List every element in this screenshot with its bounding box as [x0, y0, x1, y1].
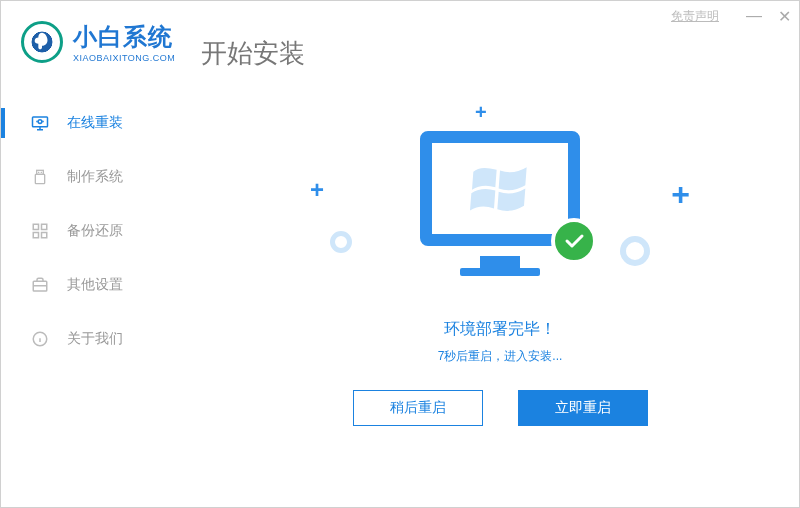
status-subtitle: 7秒后重启，进入安装... — [438, 348, 563, 365]
brand-title: 小白系统 — [73, 21, 175, 53]
sidebar-item-other-settings[interactable]: 其他设置 — [1, 258, 181, 312]
sidebar-item-label: 制作系统 — [67, 168, 123, 186]
sidebar-item-about-us[interactable]: 关于我们 — [1, 312, 181, 366]
decoration-plus-icon: + — [310, 176, 324, 204]
grid-icon — [31, 222, 49, 240]
restart-later-button[interactable]: 稍后重启 — [353, 390, 483, 426]
restart-now-button[interactable]: 立即重启 — [518, 390, 648, 426]
app-logo-icon — [21, 21, 63, 63]
sidebar-item-label: 关于我们 — [67, 330, 123, 348]
header: 小白系统 XIAOBAIXITONG.COM — [21, 21, 175, 63]
close-button[interactable]: ✕ — [769, 1, 799, 31]
briefcase-icon — [31, 276, 49, 294]
usb-icon — [31, 168, 49, 186]
svg-rect-9 — [42, 233, 47, 238]
sidebar-item-label: 在线重装 — [67, 114, 123, 132]
sidebar-item-backup-restore[interactable]: 备份还原 — [1, 204, 181, 258]
titlebar: 免责声明 — ✕ — [671, 1, 799, 31]
status-title: 环境部署完毕！ — [444, 319, 556, 340]
sidebar-item-make-system[interactable]: 制作系统 — [1, 150, 181, 204]
minimize-button[interactable]: — — [739, 1, 769, 31]
success-check-icon — [551, 218, 597, 264]
illustration: + + + — [300, 101, 700, 301]
monitor-base — [460, 268, 540, 276]
svg-point-1 — [38, 120, 42, 124]
sidebar-item-online-reinstall[interactable]: 在线重装 — [1, 96, 181, 150]
decoration-ring-icon — [330, 231, 352, 253]
page-title: 开始安装 — [201, 36, 305, 71]
svg-rect-8 — [33, 233, 38, 238]
button-row: 稍后重启 立即重启 — [353, 390, 648, 426]
sidebar-item-label: 其他设置 — [67, 276, 123, 294]
app-window: 免责声明 — ✕ 小白系统 XIAOBAIXITONG.COM 开始安装 在线重… — [0, 0, 800, 508]
brand: 小白系统 XIAOBAIXITONG.COM — [73, 21, 175, 63]
brand-subtitle: XIAOBAIXITONG.COM — [73, 53, 175, 63]
monitor-icon — [31, 114, 49, 132]
decoration-plus-icon: + — [475, 101, 487, 124]
sidebar-item-label: 备份还原 — [67, 222, 123, 240]
decoration-plus-icon: + — [671, 176, 690, 213]
monitor-stand — [480, 256, 520, 268]
disclaimer-link[interactable]: 免责声明 — [671, 8, 719, 25]
svg-rect-0 — [33, 117, 48, 127]
decoration-ring-icon — [620, 236, 650, 266]
svg-rect-3 — [35, 174, 44, 183]
info-icon — [31, 330, 49, 348]
svg-rect-6 — [33, 224, 38, 229]
sidebar: 在线重装 制作系统 备份还原 其他设置 关于我们 — [1, 96, 181, 366]
windows-logo-icon — [470, 161, 530, 216]
main-content: + + + 环境部署完毕！ 7秒后重启，进入安装... 稍后重启 — [201, 91, 799, 507]
svg-rect-7 — [42, 224, 47, 229]
